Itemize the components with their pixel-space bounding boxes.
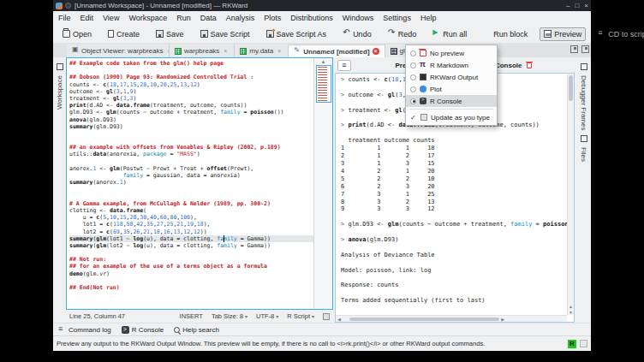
code-line[interactable]: lot1 = c(118,58,42,35,27,25,21,19,18),	[69, 221, 313, 228]
toolbar-button[interactable]: Undo	[338, 27, 376, 41]
document-tab[interactable]: Object Viewer: warpbreaks ×	[67, 45, 170, 57]
menu-item[interactable]: Data	[200, 14, 217, 22]
editor-scrollbar-minimap[interactable]: ▲	[313, 58, 332, 309]
code-line[interactable]: utils::data(anorexia, package = "MASS")	[69, 151, 313, 157]
update-as-you-type-item[interactable]: ✓ Update as you type	[406, 111, 497, 123]
menu-item[interactable]: View	[103, 14, 119, 22]
code-line[interactable]	[69, 158, 313, 165]
code-line[interactable]: summary(glm(lot2 ~ log(u), data = clotti…	[69, 242, 313, 249]
scrollbar-thumb[interactable]	[349, 317, 500, 321]
code-line[interactable]: anorex.1 <- glm(Postwt ~ Prewt + Treat +…	[69, 165, 313, 172]
preview-menu-button[interactable]: ≡	[337, 60, 351, 71]
menu-item[interactable]: Run	[176, 14, 191, 22]
code-line[interactable]: ## End(Not run)	[69, 284, 313, 291]
code-line[interactable]	[69, 137, 313, 144]
code-line[interactable]: summary(glm.D93)	[69, 123, 313, 130]
menu-item[interactable]: Settings	[383, 14, 411, 22]
toolbar-button[interactable]: Run block	[479, 27, 532, 41]
code-line[interactable]: clotting <- data.frame(	[69, 207, 313, 214]
menu-item[interactable]: File	[58, 14, 71, 22]
minimap-thumbnail[interactable]	[316, 65, 331, 103]
close-preview-icon[interactable]	[527, 62, 532, 68]
scroll-down-icon[interactable]: ▼	[568, 310, 574, 315]
scroll-up-icon[interactable]: ▲	[568, 304, 574, 309]
code-line[interactable]: anova(glm.D93)	[69, 116, 313, 123]
engine-status-icon[interactable]	[580, 340, 587, 347]
code-line[interactable]	[69, 249, 313, 256]
tab-close-icon[interactable]: ×	[222, 48, 229, 55]
menu-item[interactable]: Distributions	[290, 14, 333, 22]
toolbar-button[interactable]: Preview	[540, 27, 586, 41]
toolbar-button[interactable]: Save Script	[196, 27, 254, 41]
preview-menu-item[interactable]: Plot	[406, 83, 497, 95]
bottom-dock-button[interactable]: R Console	[122, 326, 164, 334]
document-tab[interactable]: Unnamed [modified] ×	[289, 45, 385, 57]
code-line[interactable]: ## Dobson (1990) Page 93: Randomized Con…	[69, 74, 313, 80]
toolbar-button[interactable]: Save	[152, 27, 188, 41]
window-menu-icon[interactable]	[65, 3, 71, 9]
document-tab[interactable]: warpbreaks ×	[170, 45, 235, 57]
menu-item[interactable]: Help	[420, 14, 437, 22]
code-line[interactable]: ## Example code taken from the glm() hel…	[69, 60, 313, 67]
split-view-icon[interactable]	[570, 45, 578, 53]
code-line[interactable]: u = c(5,10,15,20,30,40,60,80,100),	[69, 214, 313, 221]
bottom-dock-button[interactable]: Command log	[58, 326, 111, 334]
horizontal-scrollbar[interactable]: ◀ ▶	[336, 315, 567, 322]
toolbar-button[interactable]: Create	[104, 27, 144, 41]
toolbar-button[interactable]: Open	[58, 27, 96, 41]
code-line[interactable]: demo(glm.vr)	[69, 270, 313, 277]
close-button[interactable]: ×	[584, 3, 588, 9]
menu-item[interactable]: Analysis	[226, 14, 255, 22]
filetype-select[interactable]: R Script ▾	[287, 312, 314, 320]
r-engine-badge[interactable]: R	[568, 340, 576, 348]
code-line[interactable]	[69, 186, 313, 193]
tab-size-select[interactable]: Tab Size: 8 ▾	[212, 312, 247, 320]
scroll-left-icon[interactable]: ◀	[336, 317, 343, 322]
code-line[interactable]: outcome <- gl(3,1,9)	[69, 88, 313, 95]
code-line[interactable]: ## an example with offsets from Venables…	[69, 144, 313, 151]
toolbar-button[interactable]: Redo	[384, 27, 421, 41]
workspace-dock-button[interactable]: Workspace	[56, 75, 63, 110]
scroll-up-icon[interactable]: ▲	[321, 58, 326, 65]
code-line[interactable]	[69, 193, 313, 200]
toolbar-button[interactable]: Save Script As	[262, 27, 331, 41]
code-line[interactable]: glm.D93 <- glm(counts ~ outcome + treatm…	[69, 109, 313, 116]
code-line[interactable]	[69, 130, 313, 137]
toolbar-button[interactable]: CD to script directory	[593, 27, 644, 41]
document-tab[interactable]: my.data ×	[235, 45, 289, 57]
code-line[interactable]: # A Gamma example, from McCullagh & Neld…	[69, 200, 313, 207]
code-line[interactable]	[69, 277, 313, 284]
code-line[interactable]: summary(anorex.1)	[69, 179, 313, 186]
preview-menu-item[interactable]: R Markdown	[406, 59, 497, 71]
vertical-scrollbar[interactable]: ▲ ▼	[567, 74, 574, 315]
menu-item[interactable]: Plots	[264, 14, 281, 22]
preview-menu-item[interactable]: R Console	[406, 95, 497, 107]
files-dock-button[interactable]: Files	[580, 147, 587, 162]
debugger-frames-dock-button[interactable]: Debugger Frames	[580, 75, 587, 130]
code-line[interactable]: ## for an example of the use of a terms …	[69, 263, 313, 270]
tab-close-icon[interactable]: ×	[373, 48, 379, 55]
code-line[interactable]: ## Not run:	[69, 256, 313, 263]
code-line[interactable]: lot2 = c(69,35,26,21,18,16,13,12,12))	[69, 228, 313, 235]
preview-menu-item[interactable]: RKWard Output	[406, 71, 497, 83]
menu-item[interactable]: Workspace	[128, 14, 167, 22]
menu-item[interactable]: Edit	[80, 14, 94, 22]
toolbar-button[interactable]: Run all	[428, 27, 471, 41]
code-line[interactable]	[69, 67, 313, 74]
code-line[interactable]: counts <- c(18,17,15,20,10,20,25,13,12)	[69, 81, 313, 88]
minimize-button[interactable]: –	[566, 3, 569, 9]
scrollbar-thumb[interactable]	[569, 75, 573, 101]
menu-item[interactable]: Windows	[343, 14, 374, 22]
code-line[interactable]: summary(glm(lot1 ~ log(u), data = clotti…	[69, 235, 313, 242]
code-line[interactable]: print(d.AD <- data.frame(treatment, outc…	[69, 102, 313, 109]
tab-close-icon[interactable]: ×	[276, 48, 283, 55]
insert-mode[interactable]: INSERT	[180, 312, 203, 320]
editor-code[interactable]: ## Example code taken from the glm() hel…	[67, 58, 313, 309]
bottom-dock-button[interactable]: Help search	[174, 326, 219, 334]
preview-menu-item[interactable]: No preview	[406, 47, 497, 59]
encoding-select[interactable]: UTF-8 ▾	[256, 312, 278, 320]
detach-window-icon[interactable]	[581, 45, 589, 53]
code-line[interactable]: family = gaussian, data = anorexia)	[69, 172, 313, 179]
code-line[interactable]: treatment <- gl(3,3)	[69, 95, 313, 102]
maximize-button[interactable]: □	[575, 3, 579, 9]
